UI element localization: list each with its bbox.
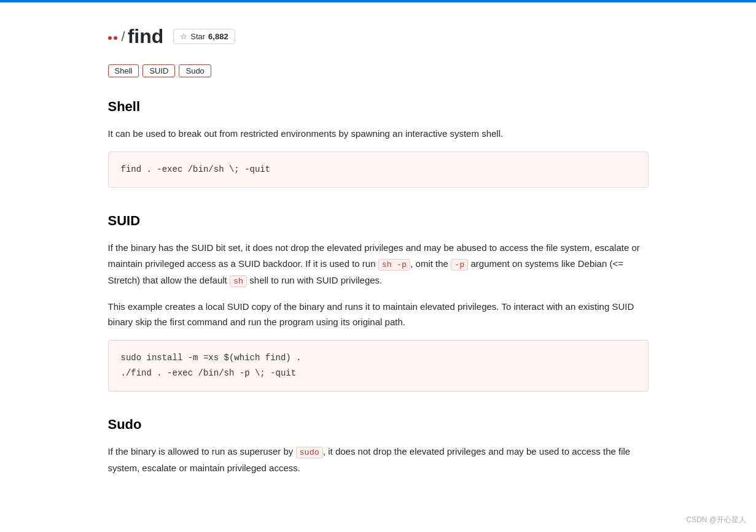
main-container: / find ☆ Star 6,882 Shell SUID Sudo Shel… <box>84 2 673 532</box>
inline-code-sh-p: sh -p <box>378 259 411 271</box>
section-suid-code: sudo install -m =xs $(which find) . ./fi… <box>108 340 649 391</box>
breadcrumb-dots-icon <box>108 34 119 40</box>
section-sudo-title: Sudo <box>108 414 649 435</box>
page-title: find <box>128 21 164 52</box>
star-icon: ☆ <box>180 32 187 41</box>
tag-shell[interactable]: Shell <box>108 64 139 77</box>
section-shell: Shell It can be used to break out from r… <box>108 96 649 188</box>
footer-note: CSDN @开心星人 <box>686 514 746 526</box>
section-suid-description2: This example creates a local SUID copy o… <box>108 299 649 330</box>
section-suid: SUID If the binary has the SUID bit set,… <box>108 210 649 391</box>
tags-row: Shell SUID Sudo <box>108 64 649 77</box>
section-sudo-description: If the binary is allowed to run as super… <box>108 444 649 476</box>
page-header: / find ☆ Star 6,882 <box>108 21 649 52</box>
breadcrumb: / find <box>108 21 164 52</box>
code-line-1: sudo install -m =xs $(which find) . <box>121 350 636 366</box>
section-sudo: Sudo If the binary is allowed to run as … <box>108 414 649 476</box>
inline-code-sh: sh <box>230 276 247 287</box>
inline-code-sudo: sudo <box>296 447 323 458</box>
section-shell-description: It can be used to break out from restric… <box>108 126 649 142</box>
star-count: 6,882 <box>208 32 228 41</box>
tag-sudo[interactable]: Sudo <box>179 64 211 77</box>
code-line-2: ./find . -exec /bin/sh -p \; -quit <box>121 366 636 381</box>
section-shell-title: Shell <box>108 96 649 117</box>
section-suid-description1: If the binary has the SUID bit set, it d… <box>108 240 649 288</box>
inline-code-p: -p <box>451 259 468 271</box>
section-suid-title: SUID <box>108 210 649 231</box>
code-line: find . -exec /bin/sh \; -quit <box>121 162 636 177</box>
star-button-label: Star <box>190 32 205 41</box>
tag-suid[interactable]: SUID <box>142 64 175 77</box>
breadcrumb-separator: / <box>122 26 125 47</box>
star-button[interactable]: ☆ Star 6,882 <box>173 29 235 44</box>
section-shell-code: find . -exec /bin/sh \; -quit <box>108 152 649 188</box>
